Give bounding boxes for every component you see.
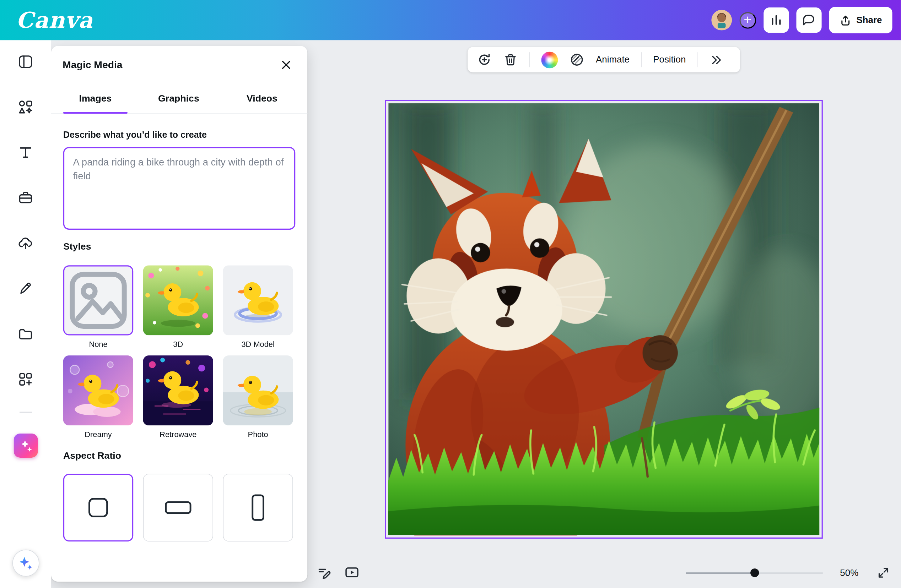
selected-image-frame[interactable] xyxy=(385,100,823,539)
sidebar-item-magic-media[interactable] xyxy=(14,436,37,454)
app-root: Canva + xyxy=(0,0,901,588)
position-button[interactable]: Position xyxy=(653,55,686,65)
sidebar-item-brand[interactable] xyxy=(18,188,33,207)
style-photo-thumbnail xyxy=(223,355,293,425)
design-icon xyxy=(18,54,33,70)
sidebar-item-text[interactable] xyxy=(18,143,33,162)
notes-icon xyxy=(316,565,332,580)
style-none-button[interactable] xyxy=(63,265,133,335)
style-3d-model-button[interactable] xyxy=(223,265,293,335)
double-chevron-right-icon xyxy=(709,53,723,66)
zoom-slider[interactable] xyxy=(686,568,823,577)
delete-button[interactable] xyxy=(504,53,518,67)
animate-button[interactable]: Animate xyxy=(596,55,630,65)
panel-header: Magic Media xyxy=(51,46,307,84)
zoom-slider-fill xyxy=(686,572,754,574)
comment-bubble-icon xyxy=(801,13,816,27)
color-wheel-icon xyxy=(541,51,558,68)
prompt-input[interactable] xyxy=(63,147,295,230)
regenerate-icon xyxy=(477,52,492,67)
sidebar-item-draw[interactable] xyxy=(18,279,33,298)
style-option-photo: Photo xyxy=(223,355,293,439)
image-placeholder-icon xyxy=(64,265,132,335)
zoom-slider-knob[interactable] xyxy=(750,568,759,577)
canvas-image[interactable] xyxy=(388,103,819,535)
sidebar xyxy=(0,40,51,588)
insights-icon xyxy=(768,13,783,28)
close-icon xyxy=(279,58,293,72)
style-label: 3D xyxy=(143,340,213,348)
aspect-square-button[interactable] xyxy=(63,474,133,541)
aspect-landscape-button[interactable] xyxy=(143,474,213,541)
style-3d-button[interactable] xyxy=(143,265,213,335)
share-button[interactable]: Share xyxy=(829,7,892,33)
transparency-button[interactable] xyxy=(569,52,585,67)
aspect-portrait-button[interactable] xyxy=(223,474,293,541)
toolbar-divider xyxy=(529,52,530,67)
plus-icon: + xyxy=(744,13,751,26)
comments-button[interactable] xyxy=(796,8,822,33)
projects-folder-icon xyxy=(18,326,33,342)
style-option-3d: 3D xyxy=(143,265,213,348)
style-option-retrowave: Retrowave xyxy=(143,355,213,439)
style-option-dreamy: Dreamy xyxy=(63,355,133,439)
prompt-label: Describe what you’d like to create xyxy=(63,130,207,140)
text-icon xyxy=(18,145,33,160)
tab-graphics[interactable]: Graphics xyxy=(147,84,211,113)
sidebar-divider xyxy=(19,412,32,413)
top-bar: Canva + xyxy=(0,0,901,40)
regenerate-button[interactable] xyxy=(477,52,492,67)
apps-icon xyxy=(18,372,33,387)
canva-assistant-button[interactable] xyxy=(12,550,39,577)
share-label: Share xyxy=(856,15,882,25)
tab-videos[interactable]: Videos xyxy=(230,84,294,113)
sidebar-item-projects[interactable] xyxy=(18,325,33,343)
style-label: None xyxy=(63,340,133,348)
style-option-3d-model: 3D Model xyxy=(223,265,293,348)
style-retrowave-thumbnail xyxy=(143,355,213,425)
present-button[interactable] xyxy=(344,565,360,580)
aspect-ratio-heading: Aspect Ratio xyxy=(63,450,121,461)
fullscreen-button[interactable] xyxy=(877,566,890,579)
style-photo-button[interactable] xyxy=(223,355,293,425)
magic-media-panel: Magic Media Images Graphics Videos Descr… xyxy=(51,46,307,582)
tab-images[interactable]: Images xyxy=(63,84,128,113)
sidebar-item-elements[interactable] xyxy=(18,98,33,117)
style-dreamy-thumbnail xyxy=(63,355,133,425)
sidebar-item-apps[interactable] xyxy=(18,370,33,389)
uploads-icon xyxy=(18,235,33,251)
share-upload-icon xyxy=(839,14,851,26)
insights-button[interactable] xyxy=(764,8,789,33)
landscape-ratio-icon xyxy=(165,501,191,514)
close-panel-button[interactable] xyxy=(276,55,296,75)
avatar-image xyxy=(711,9,731,30)
sidebar-item-design[interactable] xyxy=(18,52,33,71)
style-3d-model-thumbnail xyxy=(223,265,293,335)
sparkles-icon xyxy=(18,555,33,571)
avatar[interactable] xyxy=(711,9,731,30)
expand-icon xyxy=(877,566,890,579)
style-dreamy-button[interactable] xyxy=(63,355,133,425)
notes-button[interactable] xyxy=(316,565,332,580)
panel-title: Magic Media xyxy=(62,59,122,71)
trash-icon xyxy=(504,53,518,67)
bottom-left-tools xyxy=(316,565,360,580)
color-button[interactable] xyxy=(541,51,558,68)
brand-icon xyxy=(18,190,33,205)
sidebar-item-uploads[interactable] xyxy=(18,233,33,252)
style-3d-thumbnail xyxy=(143,265,213,335)
style-label: Retrowave xyxy=(143,430,213,439)
zoom-level[interactable]: 50% xyxy=(840,568,863,578)
toolbar-divider xyxy=(641,52,642,67)
style-retrowave-button[interactable] xyxy=(143,355,213,425)
add-button[interactable]: + xyxy=(739,12,756,28)
canva-logo[interactable]: Canva xyxy=(16,9,93,31)
object-toolbar: Animate Position xyxy=(468,47,740,72)
zoom-controls: 50% xyxy=(686,566,890,579)
toolbar-divider xyxy=(697,52,698,67)
presentation-icon xyxy=(344,565,360,580)
transparency-icon xyxy=(569,52,585,67)
styles-grid: None xyxy=(63,265,295,439)
styles-heading: Styles xyxy=(63,241,91,252)
more-tools-button[interactable] xyxy=(709,53,723,66)
